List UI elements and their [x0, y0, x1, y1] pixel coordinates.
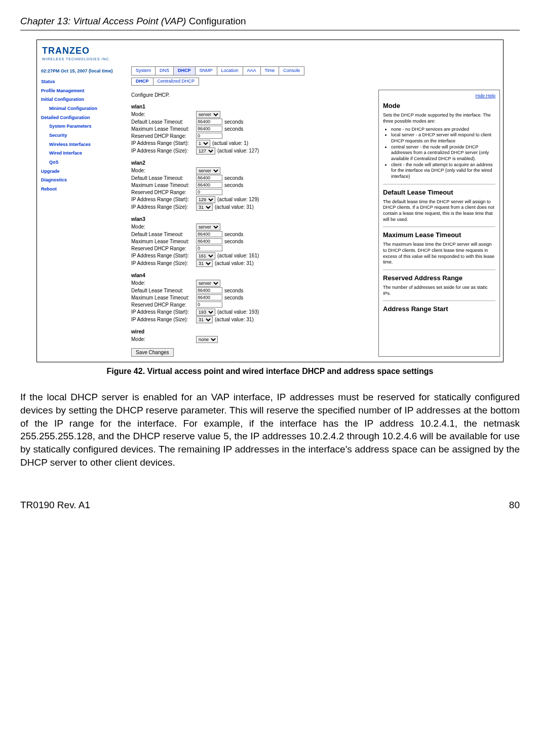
help-mode-text: Sets the DHCP mode supported by the inte…	[383, 112, 495, 124]
sidebar-item-initial[interactable]: Initial Configuration	[41, 95, 127, 104]
mode-label: Mode:	[131, 280, 196, 286]
ip-size-label: IP Address Range (Size):	[131, 147, 196, 154]
tab-dns[interactable]: DNS	[155, 66, 174, 75]
mode-select[interactable]: server	[196, 111, 220, 118]
tab-location[interactable]: Location	[217, 66, 243, 75]
help-panel: Hide Help Mode Sets the DHCP mode suppor…	[378, 90, 500, 357]
help-rar-text: The number of addresses set aside for us…	[383, 285, 495, 296]
ip-size-actual: (actual value: 31)	[215, 316, 254, 323]
tab-time[interactable]: Time	[260, 66, 280, 75]
ip-size-select[interactable]: 127	[196, 147, 215, 155]
mode-label: Mode:	[131, 223, 196, 230]
main-tabs: System DNS DHCP SNMP Location AAA Time C…	[131, 66, 503, 75]
sidebar-item-wired[interactable]: Wired Interface	[41, 149, 127, 158]
ip-size-actual: (actual value: 31)	[215, 204, 254, 210]
max-lease-input[interactable]	[196, 238, 222, 244]
ip-start-label: IP Address Range (Start):	[131, 309, 196, 315]
help-mode-title: Mode	[383, 102, 495, 110]
max-lease-label: Maximum Lease Timeout:	[131, 294, 196, 301]
interface-name: wlan2	[131, 160, 373, 166]
default-lease-input[interactable]	[196, 231, 222, 237]
sidebar-item-diagnostics[interactable]: Diagnostics	[41, 176, 127, 185]
unit-seconds: seconds	[224, 238, 243, 245]
save-button[interactable]: Save Changes	[131, 348, 174, 357]
ip-size-select[interactable]: 31	[196, 204, 213, 211]
logo-subtitle: WIRELESS TECHNOLOGIES INC.	[42, 57, 498, 61]
unit-seconds: seconds	[224, 231, 243, 238]
mode-select[interactable]: none	[196, 336, 218, 343]
hide-help-link[interactable]: Hide Help	[383, 93, 495, 99]
sidebar-item-detailed[interactable]: Detailed Configuration	[41, 114, 127, 123]
body-paragraph: If the local DHCP server is enabled for …	[20, 391, 520, 469]
sidebar-item-wireless[interactable]: Wireless Interfaces	[41, 140, 127, 149]
sidebar-item-qos[interactable]: QoS	[41, 158, 127, 167]
help-mlt-text: The maximum lease time the DHCP server w…	[383, 242, 495, 266]
max-lease-input[interactable]	[196, 294, 222, 300]
unit-seconds: seconds	[224, 294, 243, 301]
mode-select[interactable]: server	[196, 223, 220, 231]
unit-seconds: seconds	[224, 175, 243, 181]
tab-snmp[interactable]: SNMP	[195, 66, 217, 75]
interface-block: wlan1Mode:serverDefault Lease Timeout:se…	[131, 103, 373, 155]
help-dlt-text: The default lease time the DHCP server w…	[383, 199, 495, 223]
max-lease-input[interactable]	[196, 182, 222, 188]
footer-right: 80	[509, 499, 520, 512]
figure-caption: Figure 42. Virtual access point and wire…	[20, 366, 520, 377]
reserved-label: Reserved DHCP Range:	[131, 245, 196, 252]
unit-seconds: seconds	[224, 287, 243, 294]
reserved-input[interactable]	[196, 189, 222, 195]
chapter-title-prefix: Chapter 13: Virtual Access Point (VAP)	[20, 16, 186, 26]
reserved-input[interactable]	[196, 301, 222, 308]
sidebar-item-security[interactable]: Security	[41, 131, 127, 140]
sidebar-item-reboot[interactable]: Reboot	[41, 185, 127, 194]
help-bullet: none - no DHCP services are provided	[391, 127, 495, 133]
subtab-centralized[interactable]: Centralized DHCP	[153, 78, 200, 86]
default-lease-input[interactable]	[196, 119, 222, 125]
reserved-label: Reserved DHCP Range:	[131, 301, 196, 308]
default-lease-input[interactable]	[196, 287, 222, 293]
default-lease-label: Default Lease Timeout:	[131, 231, 196, 238]
sidebar-item-system[interactable]: System Parameters	[41, 122, 127, 131]
form-column: Configure DHCP. wlan1Mode:serverDefault …	[131, 90, 373, 357]
footer-left: TR0190 Rev. A1	[20, 499, 90, 512]
interface-name: wlan1	[131, 103, 373, 110]
unit-seconds: seconds	[224, 119, 243, 125]
reserved-input[interactable]	[196, 133, 222, 139]
ip-start-label: IP Address Range (Start):	[131, 252, 196, 259]
sidebar-item-status[interactable]: Status	[41, 78, 127, 87]
tab-dhcp[interactable]: DHCP	[173, 66, 196, 75]
mode-label: Mode:	[131, 111, 196, 118]
tab-system[interactable]: System	[131, 66, 156, 75]
sidebar-item-profile[interactable]: Profile Management	[41, 87, 127, 96]
ip-start-select[interactable]: 193	[196, 309, 215, 316]
help-mlt-title: Maximum Lease Timeout	[383, 231, 495, 240]
help-ars-title: Address Range Start	[383, 305, 495, 314]
ip-size-label: IP Address Range (Size):	[131, 204, 196, 210]
instruction-text: Configure DHCP.	[131, 92, 373, 98]
subtab-dhcp[interactable]: DHCP	[131, 78, 153, 86]
mode-select[interactable]: server	[196, 167, 220, 174]
ip-start-select[interactable]: 1	[196, 140, 210, 147]
sub-tabs: DHCP Centralized DHCP	[131, 78, 503, 86]
chapter-title: Chapter 13: Virtual Access Point (VAP) C…	[20, 15, 520, 28]
default-lease-label: Default Lease Timeout:	[131, 175, 196, 181]
tab-aaa[interactable]: AAA	[243, 66, 261, 75]
mode-select[interactable]: server	[196, 280, 220, 287]
ip-size-select[interactable]: 31	[196, 260, 213, 267]
tab-console[interactable]: Console	[279, 66, 304, 75]
ip-start-select[interactable]: 161	[196, 252, 215, 259]
max-lease-input[interactable]	[196, 126, 222, 132]
max-lease-label: Maximum Lease Timeout:	[131, 238, 196, 245]
max-lease-label: Maximum Lease Timeout:	[131, 126, 196, 132]
reserved-label: Reserved DHCP Range:	[131, 189, 196, 196]
ip-start-label: IP Address Range (Start):	[131, 196, 196, 203]
sidebar-item-upgrade[interactable]: Upgrade	[41, 167, 127, 176]
ip-size-select[interactable]: 31	[196, 316, 213, 323]
reserved-input[interactable]	[196, 245, 222, 251]
mode-label: Mode:	[131, 336, 196, 343]
help-bullet: client - the node will attempt to acquir…	[391, 162, 495, 180]
sidebar-item-minimal[interactable]: Minimal Configuration	[41, 104, 127, 114]
unit-seconds: seconds	[224, 182, 243, 188]
default-lease-input[interactable]	[196, 175, 222, 181]
ip-start-select[interactable]: 129	[196, 196, 215, 203]
